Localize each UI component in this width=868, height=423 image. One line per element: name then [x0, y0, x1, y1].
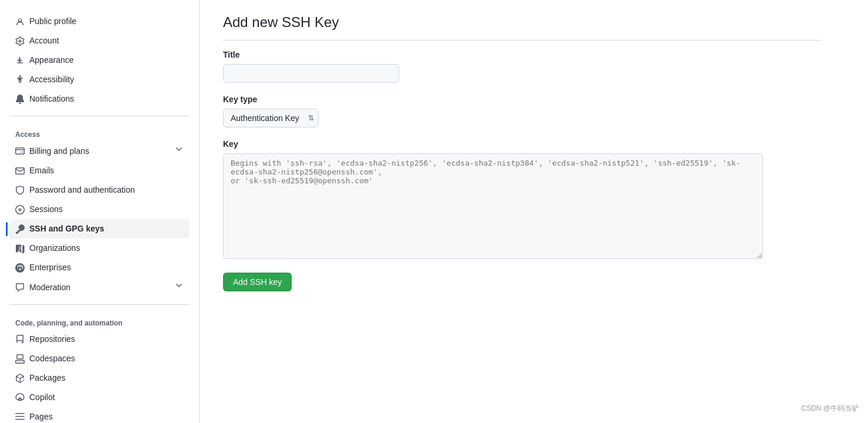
sidebar-item-label-account: Account	[29, 35, 59, 47]
chevron-down-icon	[174, 281, 184, 294]
add-ssh-key-button[interactable]: Add SSH key	[223, 273, 292, 291]
sidebar-item-label-pages: Pages	[29, 411, 53, 423]
sidebar-item-label-repositories: Repositories	[29, 333, 75, 345]
sidebar-item-password[interactable]: Password and authentication	[9, 180, 190, 200]
sidebar-item-label-codespaces: Codespaces	[29, 352, 75, 365]
key-textarea[interactable]	[223, 153, 763, 259]
key-type-group: Key type Authentication KeySigning Key ⇅	[223, 95, 822, 127]
globe-icon	[15, 263, 25, 273]
sidebar-item-copilot[interactable]: Copilot	[9, 388, 190, 407]
title-group: Title	[223, 50, 822, 83]
gear-icon	[15, 36, 25, 46]
watermark: CSDN @牛码当驴	[801, 404, 859, 414]
sidebar-item-label-organizations: Organizations	[29, 242, 80, 254]
sidebar-item-label-copilot: Copilot	[29, 391, 55, 404]
sidebar-item-label-enterprises: Enterprises	[29, 261, 71, 274]
page-title: Add new SSH Key	[223, 14, 822, 41]
sidebar-item-billing[interactable]: Billing and plans	[9, 141, 190, 161]
mail-icon	[15, 166, 25, 176]
person-icon	[15, 17, 25, 26]
sidebar-item-label-notifications: Notifications	[29, 93, 74, 105]
sidebar-item-account[interactable]: Account	[9, 31, 190, 51]
key-label: Key	[223, 139, 822, 149]
code-section-label: Code, planning, and automation	[9, 312, 190, 330]
radio-icon	[15, 205, 25, 214]
sidebar-item-organizations[interactable]: Organizations	[9, 239, 190, 258]
sidebar-item-emails[interactable]: Emails	[9, 161, 190, 180]
sidebar-item-codespaces[interactable]: Codespaces	[9, 349, 190, 368]
sidebar-item-enterprises[interactable]: Enterprises	[9, 258, 190, 277]
copilot-icon	[15, 393, 25, 402]
sidebar-item-repositories[interactable]: Repositories	[9, 330, 190, 349]
sidebar-item-packages[interactable]: Packages	[9, 368, 190, 388]
access-section-label: Access	[9, 123, 190, 141]
shield-icon	[15, 186, 25, 195]
comment-icon	[15, 283, 25, 292]
sidebar-item-notifications[interactable]: Notifications	[9, 89, 190, 109]
sidebar-divider-2	[9, 304, 190, 305]
key-type-select-wrapper: Authentication KeySigning Key ⇅	[223, 109, 319, 127]
main-content: Add new SSH Key Title Key type Authentic…	[200, 0, 845, 423]
pages-icon	[15, 412, 25, 422]
sidebar-item-sessions[interactable]: Sessions	[9, 200, 190, 219]
paintbrush-icon	[15, 56, 25, 65]
sidebar-item-label-emails: Emails	[29, 164, 54, 177]
repo-icon	[15, 335, 25, 344]
sidebar-item-label-password: Password and authentication	[29, 184, 135, 196]
title-label: Title	[223, 50, 822, 59]
key-icon	[15, 224, 25, 234]
sidebar-item-label-public-profile: Public profile	[29, 15, 76, 28]
package-icon	[15, 374, 25, 383]
key-type-label: Key type	[223, 95, 822, 104]
key-type-select[interactable]: Authentication KeySigning Key	[223, 109, 319, 127]
chevron-down-icon	[174, 145, 184, 157]
key-group: Key	[223, 139, 822, 261]
sidebar: Public profileAccountAppearanceAccessibi…	[0, 0, 200, 423]
sidebar-item-pages[interactable]: Pages	[9, 407, 190, 423]
sidebar-item-accessibility[interactable]: Accessibility	[9, 70, 190, 89]
sidebar-item-label-accessibility: Accessibility	[29, 73, 74, 86]
sidebar-item-label-appearance: Appearance	[29, 54, 74, 66]
sidebar-item-label-billing: Billing and plans	[29, 145, 89, 157]
sidebar-item-public-profile[interactable]: Public profile	[9, 12, 190, 31]
sidebar-item-ssh-gpg[interactable]: SSH and GPG keys	[9, 219, 190, 239]
sidebar-item-label-sessions: Sessions	[29, 203, 63, 216]
sidebar-divider-1	[9, 116, 190, 116]
sidebar-item-label-packages: Packages	[29, 372, 65, 384]
sidebar-item-label-ssh-gpg: SSH and GPG keys	[29, 223, 104, 235]
sidebar-item-moderation[interactable]: Moderation	[9, 277, 190, 297]
sidebar-item-label-moderation: Moderation	[29, 281, 70, 294]
bell-icon	[15, 95, 25, 104]
sidebar-item-appearance[interactable]: Appearance	[9, 51, 190, 70]
codespaces-icon	[15, 354, 25, 364]
creditcard-icon	[15, 146, 25, 156]
title-input[interactable]	[223, 64, 399, 83]
org-icon	[15, 244, 25, 253]
accessibility-icon	[15, 75, 25, 85]
